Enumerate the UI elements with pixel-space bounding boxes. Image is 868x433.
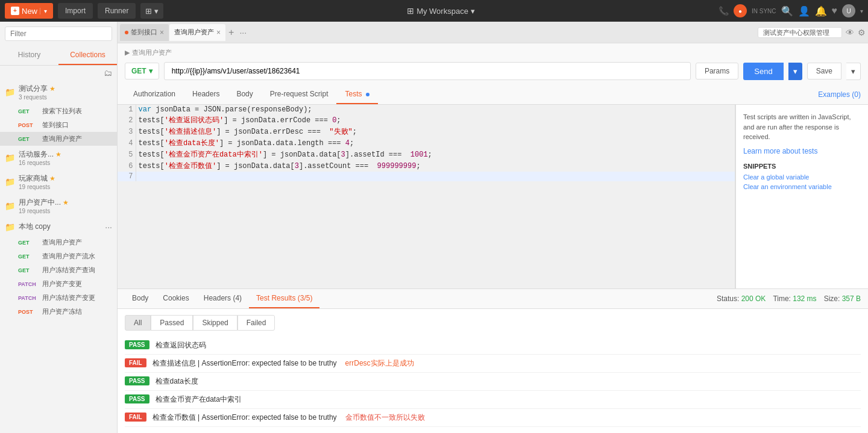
list-item[interactable]: 📁 玩家商城 ★ 19 requests — [0, 170, 117, 194]
settings-icon-button[interactable]: ⚙ — [858, 28, 866, 37]
url-input[interactable] — [164, 62, 691, 80]
list-item[interactable]: PATCH 用户资产变更 — [0, 277, 117, 291]
fail-badge: FAIL — [125, 413, 146, 422]
tab-item[interactable]: 签到接口 × — [120, 24, 169, 41]
folder-icon: 📁 — [5, 87, 15, 97]
avatar-dropdown[interactable]: ▾ — [860, 8, 863, 14]
request-name: 用户冻结资产查询 — [42, 266, 95, 275]
tab-headers[interactable]: Headers — [184, 85, 228, 104]
collection-count: 16 requests — [19, 160, 112, 166]
filter-skipped[interactable]: Skipped — [193, 315, 237, 331]
new-collection-button[interactable]: 🗂 — [104, 68, 112, 78]
snippet-clear-env[interactable]: Clear an environment variable — [743, 183, 861, 190]
import-button[interactable]: Import — [58, 3, 93, 19]
tab-close-button[interactable]: × — [216, 28, 221, 37]
collection-info: 本地 copy — [19, 222, 101, 232]
tab-body-response[interactable]: Body — [125, 289, 156, 308]
eye-icon-button[interactable]: 👁 — [846, 28, 854, 37]
tab-headers-response[interactable]: Headers (4) — [197, 289, 249, 308]
env-icons: 👁 ⚙ — [846, 28, 866, 37]
send-dropdown-button[interactable]: ▾ — [788, 63, 802, 80]
params-button[interactable]: Params — [696, 63, 738, 79]
examples-link[interactable]: Examples (0) — [818, 90, 861, 99]
save-dropdown-button[interactable]: ▾ — [846, 63, 861, 80]
more-icon[interactable]: ··· — [105, 222, 112, 232]
list-item[interactable]: GET 查询用户资产 — [0, 235, 117, 249]
tab-label: 查询用户资产 — [174, 28, 214, 37]
test-name: 检查data长度 — [156, 376, 198, 387]
tab-cookies[interactable]: Cookies — [156, 289, 196, 308]
breadcrumb-text: 查询用户资产 — [132, 48, 172, 57]
line-number: 7 — [118, 172, 136, 181]
tab-modified-dot — [125, 31, 128, 34]
runner-button[interactable]: Runner — [98, 3, 136, 19]
list-item[interactable]: GET 搜索下拉列表 — [0, 104, 117, 118]
list-item[interactable]: GET 查询用户资产流水 — [0, 249, 117, 263]
code-line: tests['检查描述信息'] = jsonData.errDesc === "… — [136, 126, 735, 137]
list-item[interactable]: 📁 测试分享 ★ 3 requests — [0, 80, 117, 104]
add-icon[interactable]: ⊞ ▾ — [140, 3, 163, 19]
snippet-clear-global[interactable]: Clear a global variable — [743, 173, 861, 181]
test-name: 检查描述信息 | AssertionError: expected false … — [153, 358, 337, 369]
tests-dot — [366, 93, 370, 96]
code-line: var jsonData = JSON.parse(responseBody); — [136, 105, 735, 114]
request-name: 用户资产冻结 — [42, 307, 82, 316]
list-item[interactable]: PATCH 用户冻结资产变更 — [0, 291, 117, 305]
tab-body[interactable]: Body — [228, 85, 261, 104]
list-item[interactable]: POST 签到接口 — [0, 118, 117, 132]
tab-collections[interactable]: Collections — [58, 46, 117, 65]
sync-icon: ● — [734, 4, 747, 17]
search-top-icon[interactable]: 🔍 — [781, 5, 793, 17]
tab-prerequest[interactable]: Pre-request Script — [262, 85, 337, 104]
filter-all[interactable]: All — [125, 315, 151, 331]
code-line: tests['检查data长度'] = jsonData.data.length… — [136, 137, 735, 149]
collection-info: 测试分享 ★ 3 requests — [19, 84, 112, 101]
tab-history[interactable]: History — [0, 46, 58, 65]
sync-button[interactable]: 📞 — [719, 6, 729, 16]
test-row: PASS 检查返回状态码 — [125, 337, 861, 355]
tab-authorization[interactable]: Authorization — [125, 85, 184, 104]
line-number: 1 — [118, 105, 136, 114]
bell-icon[interactable]: 🔔 — [815, 5, 827, 17]
heart-icon[interactable]: ♥ — [832, 5, 838, 16]
test-note: errDesc实际上是成功 — [345, 358, 414, 369]
more-tabs-button[interactable]: ··· — [237, 28, 249, 37]
response-status-area: Status: 200 OK Time: 132 ms Size: 357 B — [717, 294, 861, 303]
tab-item[interactable]: 查询用户资产 × — [169, 24, 225, 41]
save-button[interactable]: Save — [807, 63, 841, 79]
code-editor[interactable]: 1 var jsonData = JSON.parse(responseBody… — [118, 105, 735, 288]
send-button[interactable]: Send — [743, 63, 783, 80]
collection-info: 用户资产中... ★ 19 requests — [19, 198, 112, 214]
list-item[interactable]: 📁 活动服务... ★ 16 requests — [0, 146, 117, 170]
request-name: 签到接口 — [42, 120, 69, 129]
environment-select[interactable]: 测试资产中心权限管理 — [758, 27, 842, 38]
collection-count: 19 requests — [19, 184, 112, 190]
line-number: 3 — [118, 126, 136, 137]
line-number: 4 — [118, 137, 136, 149]
list-item[interactable]: GET 查询用户资产 — [0, 132, 117, 146]
help-link[interactable]: Learn more about tests — [743, 147, 817, 155]
method-select[interactable]: GET ▾ — [125, 63, 159, 79]
list-item[interactable]: GET 用户冻结资产查询 — [0, 263, 117, 277]
folder-icon: 📁 — [5, 153, 15, 163]
add-tab-button[interactable]: + — [226, 27, 236, 38]
filter-failed[interactable]: Failed — [237, 315, 275, 331]
topbar: + New ▾ Import Runner ⊞ ▾ ⊞ My Workspace… — [0, 0, 868, 22]
filter-passed[interactable]: Passed — [151, 315, 193, 331]
tab-tests[interactable]: Tests — [336, 85, 377, 104]
collection-list: 📁 测试分享 ★ 3 requests GET 搜索下拉列表 POST 签到接口… — [0, 80, 117, 433]
list-item[interactable]: 📁 用户资产中... ★ 19 requests — [0, 194, 117, 218]
tab-close-button[interactable]: × — [160, 28, 164, 37]
list-item[interactable]: 📁 本地 copy ··· — [0, 218, 117, 235]
tab-test-results[interactable]: Test Results (3/5) — [249, 289, 319, 308]
workspace-button[interactable]: ⊞ My Workspace ▾ — [407, 6, 475, 16]
line-number: 5 — [118, 149, 136, 160]
avatar[interactable]: U — [842, 4, 855, 17]
search-input[interactable] — [5, 26, 112, 41]
workspace-label: My Workspace — [417, 7, 468, 16]
list-item[interactable]: POST 用户资产冻结 — [0, 305, 117, 319]
user-icon[interactable]: 👤 — [798, 5, 810, 17]
url-bar: GET ▾ Params Send ▾ Save ▾ — [125, 62, 861, 80]
star-icon: ★ — [55, 151, 61, 158]
new-button[interactable]: + New ▾ — [5, 3, 53, 19]
